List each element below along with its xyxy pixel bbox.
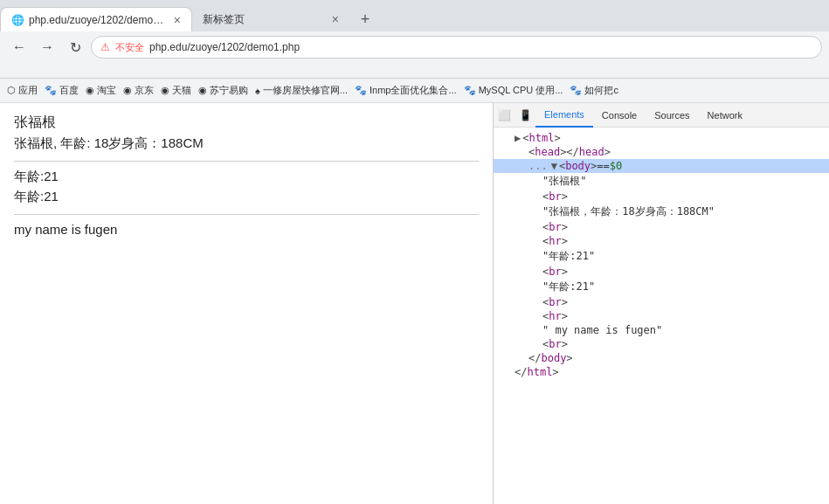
back-button[interactable]: ← bbox=[7, 35, 31, 59]
code-br2: <br> bbox=[494, 220, 829, 234]
code-br4: <br> bbox=[494, 295, 829, 309]
bookmark-apps[interactable]: ⬡ 应用 bbox=[7, 84, 38, 97]
code-text-myname: " my name is fugen" bbox=[494, 323, 829, 337]
bookmark-yixiu[interactable]: ♠ 一修房屋快修官网... bbox=[255, 84, 348, 97]
new-tab-button[interactable]: + bbox=[349, 7, 381, 31]
code-text-detail: "张福根，年龄：18岁身高：188CM" bbox=[494, 204, 829, 220]
webpage-content: 张福根 张福根, 年龄: 18岁身高：188CM 年龄:21 年龄:21 my … bbox=[0, 103, 493, 504]
webpage-line2: 张福根, 年龄: 18岁身高：188CM bbox=[14, 135, 479, 152]
webpage-line5: my name is fugen bbox=[14, 222, 479, 237]
webpage-line1: 张福根 bbox=[14, 114, 479, 132]
inactive-tab-title: 新标签页 bbox=[203, 12, 323, 27]
webpage-hr2 bbox=[14, 214, 479, 215]
active-tab-title: php.edu/zuoye/1202/demo1.p... bbox=[29, 14, 165, 26]
tab-favicon: 🌐 bbox=[11, 14, 24, 26]
code-text-age1: "年龄:21" bbox=[494, 248, 829, 265]
webpage-line3: 年龄:21 bbox=[14, 169, 479, 185]
code-html-close: </html> bbox=[494, 365, 829, 379]
nav-bar: ← → ↻ ⚠ 不安全 php.edu/zuoye/1202/demo1.php bbox=[0, 31, 829, 63]
devtools-tab-elements[interactable]: Elements bbox=[535, 103, 593, 128]
inactive-tab-close[interactable]: × bbox=[332, 12, 339, 26]
code-body-highlight[interactable]: ... ▼ <body> == $0 bbox=[494, 159, 829, 173]
bookmark-taobao[interactable]: ◉ 淘宝 bbox=[86, 84, 116, 97]
webpage-hr1 bbox=[14, 161, 479, 162]
reload-button[interactable]: ↻ bbox=[63, 35, 87, 59]
devtools-tab-network[interactable]: Network bbox=[699, 103, 751, 128]
bookmark-mysql[interactable]: 🐾 MySQL CPU 使用... bbox=[464, 84, 563, 97]
devtools-tab-console[interactable]: Console bbox=[593, 103, 646, 128]
devtools-mobile-icon[interactable]: 📱 bbox=[515, 105, 535, 126]
code-br1: <br> bbox=[494, 190, 829, 204]
code-hr2: <hr> bbox=[494, 309, 829, 323]
webpage-line4: 年龄:21 bbox=[14, 189, 479, 205]
lock-icon: ⚠ bbox=[100, 41, 110, 53]
address-text: php.edu/zuoye/1202/demo1.php bbox=[149, 41, 812, 53]
code-br5: <br> bbox=[494, 337, 829, 351]
devtools-tab-sources[interactable]: Sources bbox=[646, 103, 698, 128]
inactive-tab[interactable]: 新标签页 × bbox=[192, 7, 349, 31]
code-hr1: <hr> bbox=[494, 234, 829, 248]
devtools-panel: ⬜ 📱 Elements Console Sources Network ▶ <… bbox=[493, 103, 829, 504]
active-tab[interactable]: 🌐 php.edu/zuoye/1202/demo1.p... × bbox=[0, 7, 192, 31]
code-br3: <br> bbox=[494, 265, 829, 279]
devtools-body: ▶ <html> <head></head> ... ▼ <body> == $… bbox=[494, 128, 829, 504]
bookmark-jingdong[interactable]: ◉ 京东 bbox=[123, 84, 154, 97]
tab-close-button[interactable]: × bbox=[174, 13, 181, 27]
code-text-zhangfugen: "张福根" bbox=[494, 173, 829, 190]
main-area: 张福根 张福根, 年龄: 18岁身高：188CM 年龄:21 年龄:21 my … bbox=[0, 103, 829, 504]
bookmark-suning[interactable]: ◉ 苏宁易购 bbox=[198, 84, 248, 97]
devtools-inspect-icon[interactable]: ⬜ bbox=[494, 105, 515, 126]
code-body-close: </body> bbox=[494, 351, 829, 365]
address-bar[interactable]: ⚠ 不安全 php.edu/zuoye/1202/demo1.php bbox=[91, 36, 822, 59]
code-head: <head></head> bbox=[494, 145, 829, 159]
bookmark-howto[interactable]: 🐾 如何把c bbox=[570, 84, 618, 97]
devtools-tab-bar: ⬜ 📱 Elements Console Sources Network bbox=[494, 103, 829, 128]
address-insecure-label: 不安全 bbox=[115, 41, 144, 54]
forward-button[interactable]: → bbox=[35, 35, 59, 59]
bookmark-tianmao[interactable]: ◉ 天猫 bbox=[161, 84, 191, 97]
bookmarks-bar: ⬡ 应用 🐾 百度 ◉ 淘宝 ◉ 京东 ◉ 天猫 ◉ 苏宁易购 ♠ 一修房屋快修… bbox=[0, 79, 829, 103]
bookmark-baidu[interactable]: 🐾 百度 bbox=[45, 84, 79, 97]
bookmark-inmp[interactable]: 🐾 Inmp全面优化集合... bbox=[355, 84, 457, 97]
code-html-open: ▶ <html> bbox=[494, 131, 829, 145]
code-text-age2: "年龄:21" bbox=[494, 279, 829, 295]
tab-bar: 🌐 php.edu/zuoye/1202/demo1.p... × 新标签页 ×… bbox=[0, 0, 829, 31]
